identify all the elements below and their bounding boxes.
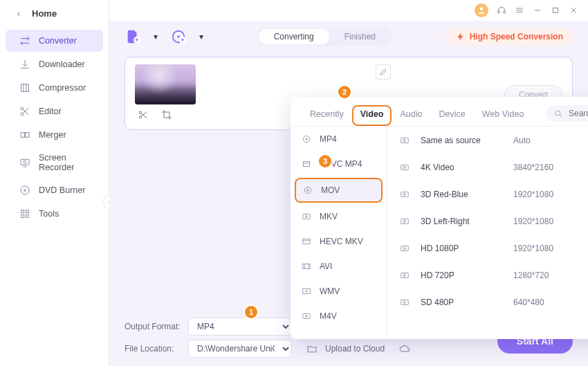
sidebar-item-label: Merger	[39, 130, 66, 140]
svg-point-36	[303, 136, 309, 142]
add-file-button[interactable]: +	[125, 29, 141, 44]
output-format-label: Output Format:	[125, 322, 181, 331]
svg-point-40	[304, 187, 311, 193]
video-icon	[398, 190, 411, 199]
sidebar-item-tools[interactable]: Tools	[6, 203, 103, 225]
caret-icon[interactable]: ▾	[154, 32, 158, 42]
svg-rect-62	[401, 273, 409, 277]
video-icon	[398, 271, 411, 280]
format-icon	[300, 212, 313, 221]
main-panel: + ▾ + ▾ Converting Finished High Speed C…	[109, 21, 588, 366]
sidebar-item-merger[interactable]: Merger	[6, 124, 103, 146]
cloud-icon[interactable]	[398, 342, 411, 355]
close-button[interactable]	[569, 6, 578, 15]
caret-icon[interactable]: ▾	[199, 32, 203, 42]
preset-row[interactable]: Same as sourceAuto	[387, 127, 588, 154]
tab-audio[interactable]: Audio	[392, 105, 430, 126]
minimize-button[interactable]	[533, 6, 542, 15]
svg-rect-50	[303, 314, 311, 319]
converter-icon	[19, 35, 30, 46]
tab-device[interactable]: Device	[430, 105, 473, 126]
edit-title-button[interactable]	[376, 64, 391, 80]
avatar[interactable]	[475, 3, 488, 17]
preset-row[interactable]: 3D Red-Blue1920*1080	[387, 181, 588, 208]
folder-icon[interactable]	[306, 342, 318, 355]
preset-row[interactable]: HD 720P1280*720	[387, 262, 588, 289]
format-icon	[300, 237, 313, 246]
high-speed-toggle[interactable]: High Speed Conversion	[446, 28, 573, 45]
format-hevc-mp4[interactable]: HEVC MP4	[291, 152, 387, 176]
sidebar-item-dvd-burner[interactable]: DVD Burner	[6, 179, 103, 201]
sidebar-item-label: Compressor	[39, 83, 86, 93]
video-thumbnail[interactable]	[135, 64, 196, 104]
svg-rect-7	[553, 8, 558, 13]
svg-rect-60	[401, 246, 409, 250]
callout-3: 3	[319, 155, 331, 167]
format-search[interactable]	[546, 105, 588, 122]
output-format-select[interactable]: MP4	[188, 318, 292, 336]
tab-converting[interactable]: Converting	[259, 29, 329, 44]
svg-marker-51	[306, 315, 308, 318]
preset-row[interactable]: HD 1080P1920*1080	[387, 235, 588, 262]
video-icon	[398, 244, 411, 253]
format-icon	[302, 185, 314, 195]
plus-icon: +	[134, 37, 140, 44]
format-icon	[300, 159, 313, 169]
download-icon	[19, 59, 30, 70]
svg-rect-41	[303, 214, 311, 219]
sidebar-item-compressor[interactable]: Compressor	[6, 77, 103, 99]
plus-icon: +	[179, 37, 186, 44]
svg-rect-38	[303, 162, 309, 167]
format-icon	[300, 134, 313, 144]
crop-button[interactable]	[158, 107, 175, 122]
maximize-button[interactable]	[551, 6, 560, 15]
add-disc-button[interactable]: +	[170, 29, 187, 44]
svg-rect-26	[21, 214, 24, 217]
file-location-label: File Location:	[125, 344, 181, 354]
svg-marker-57	[404, 193, 406, 196]
recorder-icon	[19, 157, 30, 168]
format-mkv[interactable]: MKV	[291, 204, 387, 229]
format-wmv[interactable]: WMV	[291, 279, 387, 304]
format-popover: Recently Video Audio Device Web Video MP…	[291, 97, 588, 339]
callout-2: 2	[338, 86, 351, 98]
sidebar-item-label: Converter	[39, 36, 77, 46]
preset-list: Same as sourceAuto 4K Video3840*2160 3D …	[387, 127, 588, 339]
compressor-icon	[19, 82, 30, 93]
sidebar-item-editor[interactable]: Editor	[6, 100, 103, 122]
tab-video[interactable]: Video	[352, 105, 392, 126]
grid-icon	[19, 208, 30, 219]
home-link[interactable]: Home	[0, 0, 109, 28]
sidebar-item-converter[interactable]: Converter	[6, 30, 103, 52]
svg-point-20	[24, 161, 26, 163]
file-location-select[interactable]: D:\Wondershare UniConverter 1	[188, 340, 292, 358]
menu-icon[interactable]	[515, 6, 524, 15]
svg-marker-53	[404, 139, 406, 142]
preset-row[interactable]: SD 480P640*480	[387, 289, 588, 315]
preset-row[interactable]: 4K Video3840*2160	[387, 154, 588, 181]
headset-icon[interactable]	[497, 6, 506, 15]
svg-point-0	[480, 7, 484, 10]
preset-row[interactable]: 3D Left-Right1920*1080	[387, 208, 588, 235]
search-input[interactable]	[567, 108, 588, 119]
format-list: MP4 HEVC MP4 MOV MKV HEVC MKV AVI WMV M4…	[291, 127, 387, 339]
svg-marker-63	[404, 274, 406, 277]
tab-finished[interactable]: Finished	[329, 29, 391, 44]
format-m4v[interactable]: M4V	[291, 304, 387, 329]
format-avi[interactable]: AVI	[291, 254, 387, 279]
scissors-icon	[19, 106, 30, 117]
svg-rect-54	[401, 165, 409, 170]
format-mov[interactable]: MOV	[295, 178, 383, 203]
svg-rect-24	[21, 210, 24, 213]
callout-1: 1	[245, 306, 257, 318]
svg-rect-18	[26, 133, 29, 138]
sidebar-item-screen-recorder[interactable]: Screen Recorder	[6, 147, 103, 178]
tab-recently[interactable]: Recently	[302, 105, 352, 126]
sidebar-item-downloader[interactable]: Downloader	[6, 53, 103, 75]
format-hevc-mkv[interactable]: HEVC MKV	[291, 229, 387, 254]
format-mp4[interactable]: MP4	[291, 127, 387, 152]
tab-webvideo[interactable]: Web Video	[474, 105, 533, 126]
trim-button[interactable]	[135, 107, 151, 122]
format-icon	[300, 262, 313, 271]
sidebar-item-label: Downloader	[39, 60, 85, 69]
